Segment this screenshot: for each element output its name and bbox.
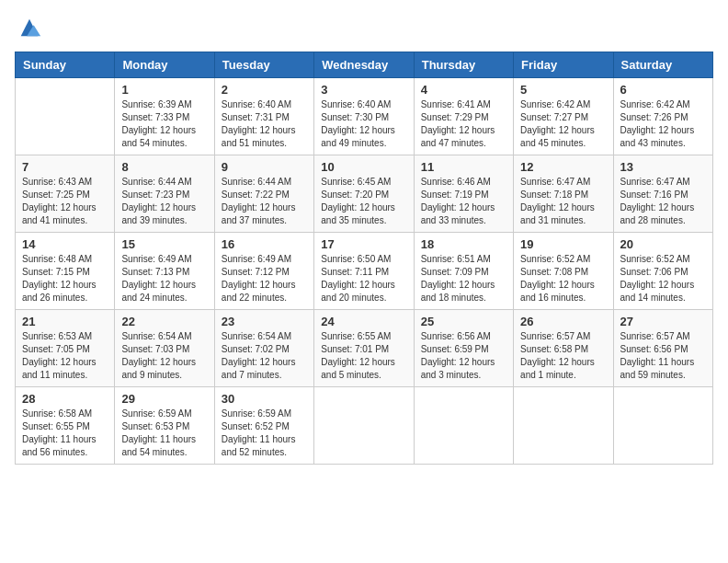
calendar-cell: 3Sunrise: 6:40 AMSunset: 7:30 PMDaylight… — [314, 78, 414, 155]
calendar-week-4: 21Sunrise: 6:53 AMSunset: 7:05 PMDayligh… — [16, 310, 713, 387]
calendar-cell: 17Sunrise: 6:50 AMSunset: 7:11 PMDayligh… — [314, 233, 414, 310]
calendar-cell: 30Sunrise: 6:59 AMSunset: 6:52 PMDayligh… — [214, 387, 313, 465]
cell-content: Sunrise: 6:57 AMSunset: 6:58 PMDaylight:… — [520, 330, 606, 382]
day-number: 12 — [520, 160, 606, 174]
weekday-header-row: SundayMondayTuesdayWednesdayThursdayFrid… — [16, 52, 713, 78]
cell-content: Sunrise: 6:44 AMSunset: 7:23 PMDaylight:… — [121, 176, 207, 227]
calendar-cell: 20Sunrise: 6:52 AMSunset: 7:06 PMDayligh… — [613, 233, 712, 310]
calendar-cell: 6Sunrise: 6:42 AMSunset: 7:26 PMDaylight… — [613, 78, 712, 155]
calendar-cell: 18Sunrise: 6:51 AMSunset: 7:09 PMDayligh… — [414, 233, 513, 310]
cell-content: Sunrise: 6:44 AMSunset: 7:22 PMDaylight:… — [222, 176, 307, 227]
calendar-week-3: 14Sunrise: 6:48 AMSunset: 7:15 PMDayligh… — [16, 233, 713, 310]
cell-content: Sunrise: 6:51 AMSunset: 7:09 PMDaylight:… — [421, 253, 506, 304]
cell-content: Sunrise: 6:40 AMSunset: 7:31 PMDaylight:… — [222, 98, 307, 150]
calendar-cell: 19Sunrise: 6:52 AMSunset: 7:08 PMDayligh… — [514, 233, 613, 310]
calendar-cell: 16Sunrise: 6:49 AMSunset: 7:12 PMDayligh… — [214, 233, 313, 310]
weekday-header-saturday: Saturday — [613, 52, 712, 78]
calendar-cell: 21Sunrise: 6:53 AMSunset: 7:05 PMDayligh… — [16, 310, 115, 387]
day-number: 2 — [222, 83, 307, 97]
calendar-cell: 14Sunrise: 6:48 AMSunset: 7:15 PMDayligh… — [16, 233, 115, 310]
cell-content: Sunrise: 6:49 AMSunset: 7:13 PMDaylight:… — [121, 253, 207, 304]
day-number: 20 — [620, 237, 706, 251]
day-number: 28 — [22, 392, 108, 406]
calendar-week-5: 28Sunrise: 6:58 AMSunset: 6:55 PMDayligh… — [16, 387, 713, 465]
calendar-cell: 5Sunrise: 6:42 AMSunset: 7:27 PMDaylight… — [514, 78, 613, 155]
day-number: 21 — [22, 315, 108, 328]
day-number: 19 — [520, 237, 606, 251]
cell-content: Sunrise: 6:48 AMSunset: 7:15 PMDaylight:… — [22, 253, 108, 304]
calendar-cell: 27Sunrise: 6:57 AMSunset: 6:56 PMDayligh… — [613, 310, 712, 387]
weekday-header-wednesday: Wednesday — [314, 52, 414, 78]
cell-content: Sunrise: 6:58 AMSunset: 6:55 PMDaylight:… — [22, 408, 108, 459]
cell-content: Sunrise: 6:47 AMSunset: 7:18 PMDaylight:… — [520, 176, 606, 227]
calendar-cell: 9Sunrise: 6:44 AMSunset: 7:22 PMDaylight… — [214, 155, 313, 233]
calendar-cell: 22Sunrise: 6:54 AMSunset: 7:03 PMDayligh… — [115, 310, 214, 387]
weekday-header-monday: Monday — [115, 52, 214, 78]
day-number: 7 — [22, 160, 108, 174]
calendar-cell: 13Sunrise: 6:47 AMSunset: 7:16 PMDayligh… — [613, 155, 712, 233]
day-number: 8 — [121, 160, 207, 174]
calendar-cell: 15Sunrise: 6:49 AMSunset: 7:13 PMDayligh… — [115, 233, 214, 310]
day-number: 9 — [222, 160, 307, 174]
day-number: 14 — [22, 237, 108, 251]
calendar-cell: 2Sunrise: 6:40 AMSunset: 7:31 PMDaylight… — [214, 78, 313, 155]
cell-content: Sunrise: 6:42 AMSunset: 7:26 PMDaylight:… — [620, 98, 706, 150]
day-number: 24 — [321, 315, 406, 328]
calendar-cell: 1Sunrise: 6:39 AMSunset: 7:33 PMDaylight… — [115, 78, 214, 155]
day-number: 13 — [620, 160, 706, 174]
weekday-header-tuesday: Tuesday — [214, 52, 313, 78]
day-number: 17 — [321, 237, 406, 251]
logo — [15, 15, 42, 40]
cell-content: Sunrise: 6:52 AMSunset: 7:08 PMDaylight:… — [520, 253, 606, 304]
calendar-cell: 7Sunrise: 6:43 AMSunset: 7:25 PMDaylight… — [16, 155, 115, 233]
logo-icon — [17, 15, 42, 40]
calendar-cell: 23Sunrise: 6:54 AMSunset: 7:02 PMDayligh… — [214, 310, 313, 387]
calendar-cell: 12Sunrise: 6:47 AMSunset: 7:18 PMDayligh… — [514, 155, 613, 233]
page-header — [15, 15, 713, 40]
day-number: 3 — [321, 83, 406, 97]
cell-content: Sunrise: 6:40 AMSunset: 7:30 PMDaylight:… — [321, 98, 406, 150]
cell-content: Sunrise: 6:55 AMSunset: 7:01 PMDaylight:… — [321, 330, 406, 382]
weekday-header-sunday: Sunday — [16, 52, 115, 78]
day-number: 18 — [421, 237, 506, 251]
calendar-cell — [414, 387, 513, 465]
day-number: 26 — [520, 315, 606, 328]
calendar-cell: 8Sunrise: 6:44 AMSunset: 7:23 PMDaylight… — [115, 155, 214, 233]
calendar-cell: 4Sunrise: 6:41 AMSunset: 7:29 PMDaylight… — [414, 78, 513, 155]
cell-content: Sunrise: 6:57 AMSunset: 6:56 PMDaylight:… — [620, 330, 706, 382]
calendar-cell: 29Sunrise: 6:59 AMSunset: 6:53 PMDayligh… — [115, 387, 214, 465]
day-number: 16 — [222, 237, 307, 251]
day-number: 30 — [222, 392, 307, 406]
cell-content: Sunrise: 6:59 AMSunset: 6:53 PMDaylight:… — [121, 408, 207, 459]
calendar-cell — [613, 387, 712, 465]
cell-content: Sunrise: 6:52 AMSunset: 7:06 PMDaylight:… — [620, 253, 706, 304]
day-number: 10 — [321, 160, 406, 174]
cell-content: Sunrise: 6:53 AMSunset: 7:05 PMDaylight:… — [22, 330, 108, 382]
cell-content: Sunrise: 6:43 AMSunset: 7:25 PMDaylight:… — [22, 176, 108, 227]
cell-content: Sunrise: 6:54 AMSunset: 7:02 PMDaylight:… — [222, 330, 307, 382]
day-number: 22 — [121, 315, 207, 328]
calendar-week-2: 7Sunrise: 6:43 AMSunset: 7:25 PMDaylight… — [16, 155, 713, 233]
calendar-cell — [514, 387, 613, 465]
day-number: 5 — [520, 83, 606, 97]
calendar-cell: 28Sunrise: 6:58 AMSunset: 6:55 PMDayligh… — [16, 387, 115, 465]
day-number: 1 — [121, 83, 207, 97]
calendar-cell: 10Sunrise: 6:45 AMSunset: 7:20 PMDayligh… — [314, 155, 414, 233]
day-number: 15 — [121, 237, 207, 251]
cell-content: Sunrise: 6:49 AMSunset: 7:12 PMDaylight:… — [222, 253, 307, 304]
calendar-table: SundayMondayTuesdayWednesdayThursdayFrid… — [15, 52, 713, 465]
cell-content: Sunrise: 6:45 AMSunset: 7:20 PMDaylight:… — [321, 176, 406, 227]
day-number: 29 — [121, 392, 207, 406]
cell-content: Sunrise: 6:47 AMSunset: 7:16 PMDaylight:… — [620, 176, 706, 227]
calendar-cell — [16, 78, 115, 155]
cell-content: Sunrise: 6:56 AMSunset: 6:59 PMDaylight:… — [421, 330, 506, 382]
calendar-cell: 24Sunrise: 6:55 AMSunset: 7:01 PMDayligh… — [314, 310, 414, 387]
day-number: 4 — [421, 83, 506, 97]
calendar-cell: 25Sunrise: 6:56 AMSunset: 6:59 PMDayligh… — [414, 310, 513, 387]
day-number: 11 — [421, 160, 506, 174]
cell-content: Sunrise: 6:54 AMSunset: 7:03 PMDaylight:… — [121, 330, 207, 382]
calendar-week-1: 1Sunrise: 6:39 AMSunset: 7:33 PMDaylight… — [16, 78, 713, 155]
weekday-header-friday: Friday — [514, 52, 613, 78]
cell-content: Sunrise: 6:42 AMSunset: 7:27 PMDaylight:… — [520, 98, 606, 150]
cell-content: Sunrise: 6:50 AMSunset: 7:11 PMDaylight:… — [321, 253, 406, 304]
